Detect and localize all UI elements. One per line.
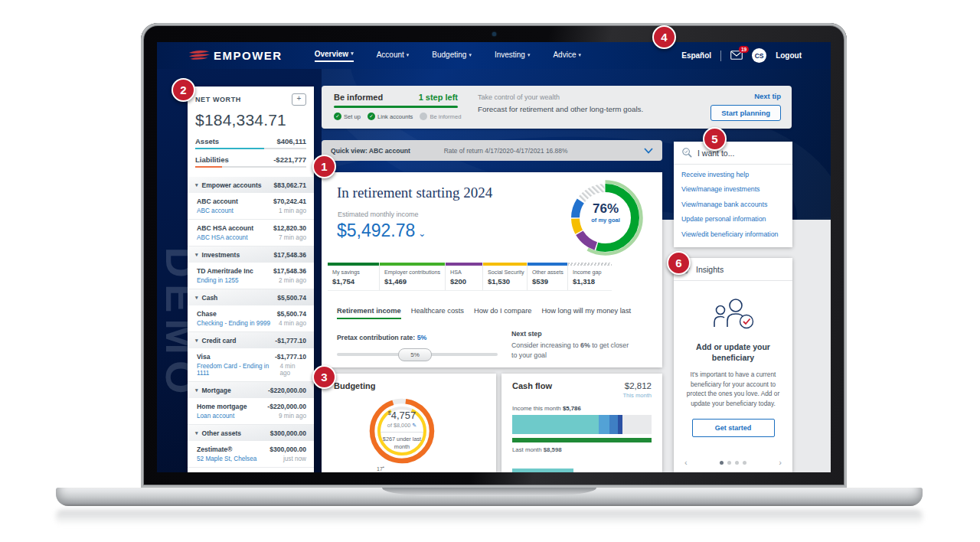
income-source-value: $1,754 xyxy=(332,277,374,286)
quick-link[interactable]: Update personal information xyxy=(681,215,785,224)
quick-link[interactable]: View/manage investments xyxy=(681,185,785,194)
account-row-main: TD Ameritrade Inc$17,548.36 xyxy=(197,267,306,275)
nav-item-advice[interactable]: Advice▾ xyxy=(553,50,581,62)
collapse-caret-icon: ▾ xyxy=(195,338,198,344)
beneficiary-people-icon xyxy=(684,298,782,333)
carousel-dot[interactable] xyxy=(727,461,731,465)
cash-flow-card[interactable]: Cash flow $2,812 This month Income this … xyxy=(501,374,662,472)
income-source-color-strip xyxy=(483,263,527,266)
account-row[interactable]: ABC account$70,242.41ABC account1 min ag… xyxy=(188,193,314,220)
monthly-income-dropdown[interactable]: $5,492.78⌄ xyxy=(337,220,426,241)
logout-button[interactable]: Logout xyxy=(776,51,802,60)
income-this-month-label: Income this month $5,786 xyxy=(512,405,652,412)
carousel-dot[interactable] xyxy=(735,461,739,465)
tab-how-long-will-my-money-last[interactable]: How long will my money last xyxy=(541,307,631,319)
language-toggle[interactable]: Español xyxy=(681,51,711,60)
onboarding-steps: ✓Set up✓Link accountsBe informed xyxy=(334,113,466,120)
income-source-cell: Social Security$1,530 xyxy=(483,263,528,290)
chevron-down-icon: ▾ xyxy=(469,52,472,58)
last-month-bar xyxy=(512,438,652,442)
carousel-dot[interactable] xyxy=(720,461,724,465)
account-updated: 7 min ago xyxy=(279,234,306,241)
start-planning-button[interactable]: Start planning xyxy=(710,105,781,121)
budget-axis-tick: 17• xyxy=(377,465,384,472)
nav-item-investing[interactable]: Investing▾ xyxy=(495,50,531,62)
insights-panel: Insights Add or update your beneficiary … xyxy=(674,258,792,472)
account-group-header[interactable]: ▾Empower accounts$83,062.71 xyxy=(188,177,314,193)
edit-pencil-icon[interactable]: ✎ xyxy=(412,423,416,428)
onboarding-step: Be informed xyxy=(420,113,461,120)
tab-how-do-i-compare[interactable]: How do I compare xyxy=(474,307,531,319)
income-source-label: Income gap xyxy=(573,269,607,276)
account-updated: 9 min ago xyxy=(279,413,306,420)
account-group-header[interactable]: ▾Mortgage-$220,000.00 xyxy=(188,382,314,398)
budgeting-card[interactable]: Budgeting $4,757 of $8,000 ✎ $267 under … xyxy=(322,374,496,472)
account-subname: Freedom Card - Ending in 1111 xyxy=(197,363,279,377)
messages-button[interactable]: 19 xyxy=(730,51,743,61)
account-row-main: Zestimate®$300,000.00 xyxy=(197,446,306,453)
account-value: -$1,777.10 xyxy=(275,353,306,361)
account-group-header[interactable]: ▾Credit card-$1,777.10 xyxy=(188,332,314,348)
account-row-main: Home mortgage-$220,000.00 xyxy=(197,403,306,410)
account-group-value: $83,062.71 xyxy=(273,181,306,189)
unread-count-badge: 19 xyxy=(739,46,749,53)
insight-card-body: It's important to have a current benefic… xyxy=(684,370,782,408)
account-row[interactable]: Zestimate®$300,000.0052 Maple St, Chelse… xyxy=(188,441,314,468)
retirement-card: In retirement starting 2024 Estimated mo… xyxy=(322,172,662,367)
quick-link[interactable]: View/edit beneficiary information xyxy=(681,230,785,239)
quick-link[interactable]: View/manage bank accounts xyxy=(681,201,785,209)
bar-segment xyxy=(512,415,599,434)
income-source-label: HSA xyxy=(450,269,478,276)
laptop-lid-scoop xyxy=(382,488,596,496)
laptop-reflection xyxy=(56,510,923,525)
account-row-sub: Loan account9 min ago xyxy=(197,413,306,420)
add-account-button[interactable]: + xyxy=(292,93,306,106)
insight-card-title: Add or update your beneficiary xyxy=(684,342,782,363)
account-row-sub: ABC account1 min ago xyxy=(197,207,306,214)
quick-link[interactable]: Receive investing help xyxy=(681,171,785,179)
account-row[interactable]: ABC HSA account$12,820.30ABC HSA account… xyxy=(188,220,314,247)
account-group-header[interactable]: ▾Cash$5,500.74 xyxy=(188,289,314,305)
callout-3: 3 xyxy=(312,365,336,389)
carousel-dot[interactable] xyxy=(743,461,746,465)
account-row[interactable]: Home mortgage-$220,000.00Loan account9 m… xyxy=(188,398,314,425)
account-name: ABC account xyxy=(197,198,238,205)
account-row[interactable]: Chase$5,500.74Checking - Ending in 99994… xyxy=(188,305,314,332)
slider-handle[interactable]: 5% xyxy=(398,348,432,361)
cash-flow-period: This month xyxy=(622,392,652,399)
tab-retirement-income[interactable]: Retirement income xyxy=(337,307,401,319)
account-value: $70,242.41 xyxy=(273,198,306,205)
account-subname: Ending in 1255 xyxy=(197,277,239,284)
empower-swoosh-icon xyxy=(188,50,211,61)
get-started-button[interactable]: Get started xyxy=(692,419,775,437)
tab-healthcare-costs[interactable]: Healthcare costs xyxy=(411,307,464,319)
account-updated: just now xyxy=(283,455,306,462)
account-row-sub: Checking - Ending in 99994 min ago xyxy=(197,320,306,327)
carousel-prev-button[interactable]: ‹ xyxy=(684,458,688,467)
nav-item-budgeting[interactable]: Budgeting▾ xyxy=(432,50,472,62)
account-row[interactable]: TD Ameritrade Inc$17,548.36Ending in 125… xyxy=(188,263,314,289)
nav-item-overview[interactable]: Overview▾ xyxy=(315,50,354,62)
empower-logo[interactable]: EMPOWER xyxy=(188,49,283,62)
income-source-color-strip xyxy=(380,263,445,266)
account-row[interactable]: Visa-$1,777.10Freedom Card - Ending in 1… xyxy=(188,348,314,382)
account-group-header[interactable]: ▾Investments$17,548.36 xyxy=(188,247,314,263)
account-group-header[interactable]: ▾Other assets$300,000.00 xyxy=(188,425,314,441)
nav-item-account[interactable]: Account▾ xyxy=(377,50,410,62)
callout-4: 4 xyxy=(652,25,676,49)
collapse-caret-icon: ▾ xyxy=(195,252,198,258)
income-source-color-strip xyxy=(568,263,612,266)
account-row-main: Visa-$1,777.10 xyxy=(197,353,306,361)
contribution-slider[interactable]: 5% xyxy=(337,353,498,356)
assets-underline xyxy=(195,148,306,149)
steps-left-label: 1 step left xyxy=(419,93,458,102)
account-subname: Checking - Ending in 9999 xyxy=(197,320,270,327)
goal-donut-chart xyxy=(565,178,645,258)
carousel-next-button[interactable]: › xyxy=(779,458,782,467)
avatar[interactable]: CS xyxy=(752,48,766,63)
next-tip-link[interactable]: Next tip xyxy=(710,92,781,100)
chevron-down-icon[interactable] xyxy=(644,148,653,154)
account-updated: 4 min ago xyxy=(279,320,306,327)
income-source-color-strip xyxy=(528,263,567,266)
quick-view-bar[interactable]: Quick view: ABC account Rate of return 4… xyxy=(322,140,662,161)
